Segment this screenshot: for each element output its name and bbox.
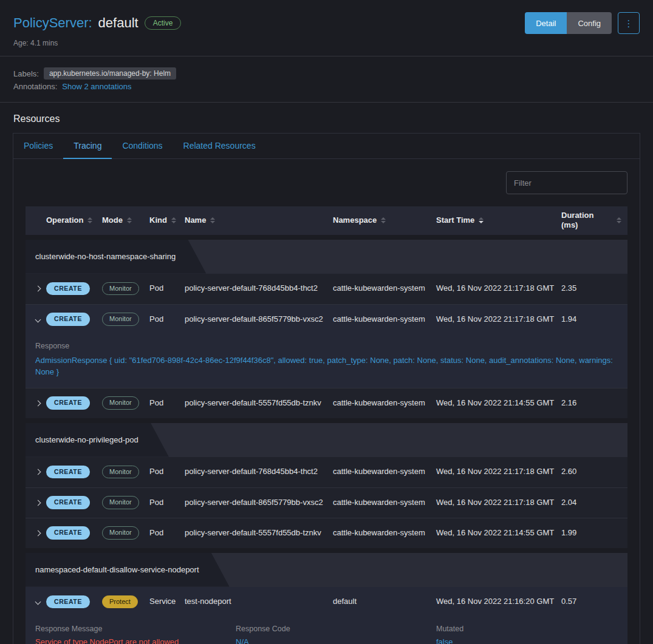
expand-chevron-icon[interactable]	[26, 463, 46, 481]
group-header-band: clusterwide-no-privileged-pod	[26, 423, 627, 457]
name-cell: policy-server-default-768d45bb4-thct2	[185, 463, 333, 481]
table-row[interactable]: CREATE Monitor Pod policy-server-default…	[26, 274, 627, 304]
column-header-start-time[interactable]: Start Time	[436, 211, 561, 229]
operation-badge: CREATE	[46, 526, 90, 539]
start-time-cell: Wed, 16 Nov 2022 21:17:18 GMT	[436, 463, 561, 481]
response-message-value: Service of type NodePort are not allowed	[35, 637, 236, 644]
tab-policies[interactable]: Policies	[13, 134, 63, 159]
table-row[interactable]: CREATE Monitor Pod policy-server-default…	[26, 518, 627, 548]
expand-chevron-icon[interactable]	[26, 394, 46, 412]
mode-badge: Monitor	[102, 496, 139, 509]
age-text: Age: 4.1 mins	[13, 39, 640, 47]
kind-cell: Pod	[149, 310, 185, 328]
namespace-cell: cattle-kubewarden-system	[333, 279, 436, 297]
duration-cell: 2.04	[561, 493, 627, 512]
namespace-cell: cattle-kubewarden-system	[333, 463, 436, 481]
kind-cell: Pod	[149, 493, 185, 512]
name-cell: policy-server-default-768d45bb4-thct2	[185, 279, 333, 297]
group-header: namespaced-default-disallow-service-node…	[26, 553, 230, 587]
name-cell: policy-server-default-5557fd55db-tznkv	[185, 394, 333, 412]
namespace-cell: default	[333, 592, 436, 611]
column-header-mode[interactable]: Mode	[102, 211, 149, 229]
table-row[interactable]: CREATE Monitor Pod policy-server-default…	[26, 457, 627, 487]
kebab-menu-button[interactable]: ⋮	[618, 12, 640, 34]
tab-bar: Policies Tracing Conditions Related Reso…	[13, 134, 640, 159]
sort-carets-icon	[617, 217, 621, 223]
mutated-label: Mutated	[436, 625, 618, 633]
duration-cell: 2.60	[561, 463, 627, 481]
mode-badge: Protect	[102, 595, 138, 609]
label-chip: app.kubernetes.io/managed-by: Helm	[44, 67, 176, 80]
kind-cell: Pod	[149, 394, 185, 412]
expand-chevron-icon[interactable]	[26, 524, 46, 542]
tab-conditions[interactable]: Conditions	[112, 134, 173, 159]
sort-carets-icon	[127, 217, 132, 223]
table-header-row: Operation Mode Kind Name Namespace Start…	[26, 206, 627, 235]
trace-group: clusterwide-no-privileged-pod CREATE Mon…	[26, 423, 627, 548]
name-cell: policy-server-default-865f5779bb-vxsc2	[185, 493, 333, 512]
operation-badge: CREATE	[46, 595, 90, 608]
column-header-duration[interactable]: Duration (ms)	[561, 206, 627, 235]
show-annotations-link[interactable]: Show 2 annotations	[62, 82, 131, 91]
response-message-block: Response Message Service of type NodePor…	[35, 625, 236, 644]
expand-chevron-icon[interactable]	[26, 493, 46, 512]
kind-cell: Pod	[149, 279, 185, 297]
sort-carets-icon	[171, 217, 176, 223]
table-row[interactable]: CREATE Monitor Pod policy-server-default…	[26, 388, 627, 418]
trace-group: clusterwide-no-host-namespace-sharing CR…	[26, 240, 627, 418]
mode-badge: Monitor	[102, 466, 139, 479]
namespace-cell: cattle-kubewarden-system	[333, 524, 436, 542]
start-time-cell: Wed, 16 Nov 2022 21:16:20 GMT	[436, 592, 561, 611]
trace-group: namespaced-default-disallow-service-node…	[26, 553, 627, 644]
annotations-label: Annotations:	[13, 82, 57, 91]
column-header-namespace[interactable]: Namespace	[333, 211, 436, 229]
detail-button[interactable]: Detail	[525, 12, 567, 34]
column-header-name[interactable]: Name	[185, 211, 333, 229]
namespace-cell: cattle-kubewarden-system	[333, 310, 436, 328]
duration-cell: 0.57	[561, 592, 627, 611]
duration-cell: 2.16	[561, 394, 627, 412]
resources-panel: Policies Tracing Conditions Related Reso…	[13, 133, 640, 644]
page-title-type: PolicyServer:	[13, 15, 92, 31]
start-time-cell: Wed, 16 Nov 2022 21:14:55 GMT	[436, 394, 561, 412]
start-time-cell: Wed, 16 Nov 2022 21:17:18 GMT	[436, 310, 561, 328]
tab-related-resources[interactable]: Related Resources	[173, 134, 266, 159]
response-message-label: Response Message	[35, 625, 236, 633]
kind-cell: Pod	[149, 463, 185, 481]
mutated-value: false	[436, 637, 618, 644]
collapse-chevron-icon[interactable]	[26, 592, 46, 611]
mode-badge: Monitor	[102, 313, 139, 326]
column-header-operation[interactable]: Operation	[46, 211, 102, 229]
start-time-cell: Wed, 16 Nov 2022 21:17:18 GMT	[436, 279, 561, 297]
operation-badge: CREATE	[46, 282, 90, 295]
sort-carets-icon	[479, 217, 484, 223]
operation-badge: CREATE	[46, 396, 90, 409]
filter-input[interactable]	[506, 171, 627, 194]
operation-badge: CREATE	[46, 466, 90, 478]
start-time-cell: Wed, 16 Nov 2022 21:17:18 GMT	[436, 493, 561, 512]
status-badge: Active	[145, 16, 182, 30]
config-button[interactable]: Config	[567, 12, 612, 34]
group-header: clusterwide-no-host-namespace-sharing	[26, 240, 206, 274]
sort-carets-icon	[87, 217, 92, 223]
collapse-chevron-icon[interactable]	[26, 310, 46, 328]
kind-cell: Service	[149, 592, 185, 611]
operation-badge: CREATE	[46, 313, 90, 325]
tab-tracing[interactable]: Tracing	[63, 134, 112, 159]
duration-cell: 1.94	[561, 310, 627, 328]
row-expanded-detail: Response AdmissionResponse { uid: "61fed…	[26, 334, 627, 388]
response-label: Response	[35, 342, 618, 350]
response-text: AdmissionResponse { uid: "61fed706-898f-…	[35, 354, 618, 378]
response-code-label: Response Code	[236, 625, 436, 633]
mode-badge: Monitor	[102, 526, 139, 540]
table-row[interactable]: CREATE Monitor Pod policy-server-default…	[26, 487, 627, 518]
table-row[interactable]: CREATE Protect Service test-nodeport def…	[26, 587, 627, 617]
table-row[interactable]: CREATE Monitor Pod policy-server-default…	[26, 304, 627, 334]
operation-badge: CREATE	[46, 496, 90, 509]
group-header-band: namespaced-default-disallow-service-node…	[26, 553, 627, 587]
resources-heading: Resources	[13, 114, 640, 124]
column-header-kind[interactable]: Kind	[149, 211, 185, 229]
expand-chevron-icon[interactable]	[26, 279, 46, 297]
mutated-block: Mutated false	[436, 625, 618, 644]
page-title-name: default	[98, 15, 138, 31]
